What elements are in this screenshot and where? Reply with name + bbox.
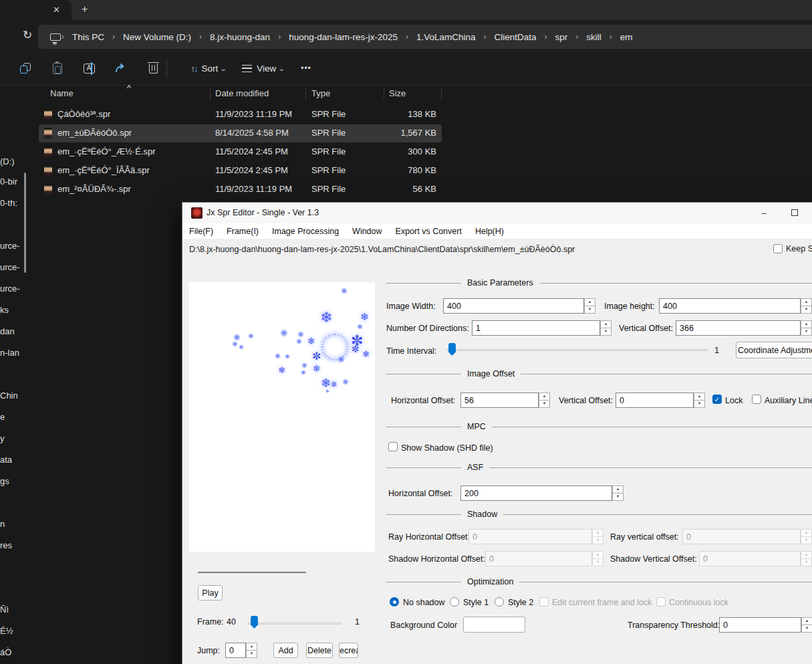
- paste-button[interactable]: [47, 58, 68, 79]
- address-breadcrumb-bar[interactable]: › This PC › New Volume (D:) › 8.jx-huong…: [38, 25, 812, 49]
- column-header-name[interactable]: Name: [50, 88, 74, 98]
- coordinate-adjustment-button[interactable]: Coordinate Adjustmen: [736, 342, 812, 358]
- no-shadow-radio[interactable]: [390, 597, 399, 606]
- background-color-swatch[interactable]: [463, 617, 525, 633]
- sidebar-item-clipped[interactable]: urce-: [0, 284, 20, 294]
- sidebar-item-clipped[interactable]: Chin: [0, 391, 18, 401]
- time-interval-slider-track[interactable]: [446, 349, 708, 351]
- sidebar-item-clipped[interactable]: gs: [0, 476, 9, 486]
- io-horizontal-input[interactable]: [460, 393, 539, 408]
- sidebar-item-clipped[interactable]: e: [0, 412, 5, 422]
- breadcrumb[interactable]: 1.VoLamChina: [409, 32, 483, 42]
- breadcrumb[interactable]: New Volume (D:): [116, 32, 198, 42]
- time-interval-slider-thumb[interactable]: [448, 343, 456, 356]
- transparency-threshold-input[interactable]: [719, 617, 801, 633]
- rename-button[interactable]: A: [78, 58, 100, 79]
- jump-input[interactable]: [225, 643, 246, 658]
- preview-canvas[interactable]: ❄❄❄✼✼❄✼❄❄❄❄: [189, 282, 375, 552]
- sidebar-scrollbar[interactable]: [24, 173, 26, 273]
- sidebar-item-clipped[interactable]: dan: [0, 326, 15, 336]
- image-height-spinner[interactable]: ▲▼: [801, 298, 812, 314]
- explorer-active-tab[interactable]: [0, 0, 72, 20]
- column-header-type[interactable]: Type: [311, 88, 330, 98]
- column-header-date[interactable]: Date modified: [215, 88, 269, 98]
- sidebar-item-clipped[interactable]: (D:): [0, 156, 15, 167]
- table-row[interactable]: em_²¤ÂÜÐÃ¾-.spr 11/9/2023 11:19 PM SPR F…: [39, 181, 442, 199]
- menu-frame[interactable]: Frame(I): [220, 227, 265, 236]
- vertical-offset-spinner[interactable]: ▲▼: [801, 320, 812, 336]
- sidebar-item-clipped[interactable]: 0-bir: [0, 177, 17, 187]
- column-header-size[interactable]: Size: [389, 88, 406, 98]
- breadcrumb[interactable]: skill: [579, 32, 609, 42]
- directions-spinner[interactable]: ▲▼: [600, 320, 612, 336]
- table-row[interactable]: em_·çËªËéÓ°_ÏÂÂä.spr 11/5/2024 2:45 PM S…: [39, 162, 442, 180]
- sidebar-item-clipped[interactable]: 0-th:: [0, 198, 17, 208]
- image-width-input[interactable]: [443, 298, 584, 314]
- keep-set-checkbox[interactable]: Keep Set: [773, 244, 812, 253]
- menu-image-processing[interactable]: Image Processing: [265, 227, 346, 236]
- menu-window[interactable]: Window: [346, 227, 388, 236]
- more-options-button[interactable]: •••: [294, 58, 318, 79]
- play-button[interactable]: Play: [198, 585, 223, 600]
- asf-horizontal-input[interactable]: [460, 485, 612, 501]
- show-shadow-checkbox[interactable]: [388, 442, 398, 451]
- directions-input[interactable]: [472, 320, 600, 336]
- menu-help[interactable]: Help(H): [468, 227, 511, 236]
- share-button[interactable]: [110, 58, 132, 79]
- tab-close-icon[interactable]: ✕: [53, 5, 60, 15]
- sidebar-item-clipped[interactable]: ks: [0, 305, 9, 315]
- sidebar-item-clipped[interactable]: n: [0, 519, 5, 529]
- delete-button[interactable]: Delete: [306, 643, 333, 658]
- style1-radio[interactable]: [450, 597, 459, 606]
- view-button[interactable]: View ⌄: [235, 58, 291, 79]
- table-row[interactable]: ÇáÒôèó³ª.spr 11/9/2023 11:19 PM SPR File…: [39, 106, 442, 124]
- io-vertical-input[interactable]: [616, 393, 694, 408]
- breadcrumb[interactable]: em: [613, 32, 640, 42]
- minimize-button[interactable]: –: [749, 203, 779, 223]
- asf-horizontal-spinner[interactable]: ▲▼: [612, 485, 624, 501]
- clipped-button[interactable]: ecrea: [339, 643, 358, 658]
- sort-button[interactable]: ↑↓ Sort ⌄: [180, 58, 237, 79]
- style2-radio[interactable]: [495, 597, 504, 606]
- frame-slider-thumb[interactable]: [251, 616, 258, 629]
- io-vertical-spinner[interactable]: ▲▼: [694, 393, 705, 408]
- frame-slider-track[interactable]: [248, 623, 342, 625]
- sidebar-item-clipped[interactable]: É½: [0, 626, 13, 636]
- sidebar-item-clipped[interactable]: n-lan: [0, 348, 19, 358]
- copy-button[interactable]: [15, 58, 36, 79]
- shadow-vertical-input[interactable]: [699, 551, 801, 566]
- image-width-spinner[interactable]: ▲▼: [584, 298, 595, 314]
- sidebar-item-clipped[interactable]: urce-: [0, 241, 20, 251]
- delete-button[interactable]: [142, 58, 164, 79]
- breadcrumb[interactable]: This PC: [65, 32, 112, 42]
- table-row-selected[interactable]: em_±ùÐÃèóÒô.spr 8/14/2025 4:58 PM SPR Fi…: [39, 124, 442, 142]
- table-row[interactable]: em_·çËªËéÓ°_Æ½·É.spr 11/5/2024 2:45 PM S…: [39, 143, 442, 161]
- menu-file[interactable]: File(F): [182, 227, 220, 236]
- breadcrumb[interactable]: spr: [548, 32, 575, 42]
- ray-horizontal-input[interactable]: [468, 529, 592, 544]
- sidebar-item-clipped[interactable]: y: [0, 433, 5, 443]
- ray-vertical-input[interactable]: [682, 529, 801, 544]
- breadcrumb[interactable]: huong-dan-lam-res-jx-2025: [281, 32, 405, 42]
- new-tab-icon[interactable]: +: [82, 3, 88, 15]
- transparency-threshold-spinner[interactable]: ▲▼: [801, 617, 812, 633]
- breadcrumb[interactable]: ClientData: [487, 32, 544, 42]
- auxiliary-line-checkbox[interactable]: [752, 395, 761, 404]
- sidebar-item-clipped[interactable]: res: [0, 540, 12, 550]
- menu-export-vs-convert[interactable]: Export vs Convert: [389, 227, 468, 236]
- image-height-input[interactable]: [659, 298, 801, 314]
- jump-spinner[interactable]: ▲▼: [246, 643, 257, 658]
- shadow-horizontal-input[interactable]: [485, 551, 592, 566]
- sidebar-item-clipped[interactable]: Ñì: [0, 604, 9, 615]
- add-button[interactable]: Add: [273, 643, 298, 658]
- sidebar-item-clipped[interactable]: áÒ: [0, 647, 11, 657]
- editor-title-bar[interactable]: Jx Spr Editor - Single - Ver 1.3 –: [182, 203, 812, 223]
- lock-checkbox[interactable]: ✓: [712, 395, 722, 404]
- io-horizontal-spinner[interactable]: ▲▼: [539, 393, 550, 408]
- sidebar-item-clipped[interactable]: ata: [0, 455, 12, 465]
- maximize-button[interactable]: [779, 203, 810, 223]
- refresh-icon[interactable]: ↻: [19, 27, 36, 44]
- breadcrumb[interactable]: 8.jx-huong-dan: [202, 32, 277, 42]
- vertical-offset-input[interactable]: [676, 320, 801, 336]
- sidebar-item-clipped[interactable]: urce-: [0, 262, 20, 272]
